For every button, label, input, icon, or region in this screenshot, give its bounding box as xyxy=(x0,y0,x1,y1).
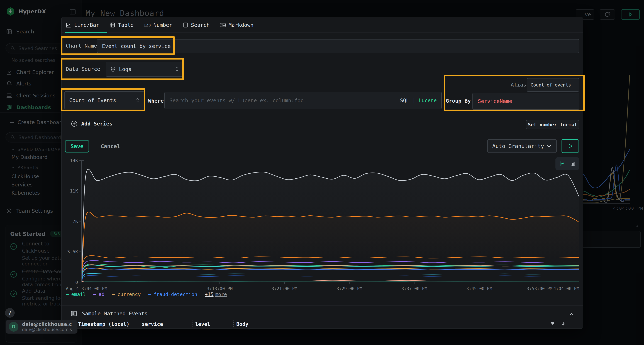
number-icon: 123 xyxy=(144,23,151,27)
sample-matched-events-header[interactable]: Sample Matched Events xyxy=(70,310,148,317)
svg-text:7K: 7K xyxy=(73,219,78,224)
save-button[interactable]: Save xyxy=(65,140,89,152)
tab-markdown[interactable]: Markdown xyxy=(220,22,254,28)
divider xyxy=(62,306,583,306)
legend-item-ad[interactable]: —ad xyxy=(94,292,105,297)
sort-descending-icon[interactable] xyxy=(561,321,566,326)
filter-icon[interactable] xyxy=(550,321,555,326)
divider xyxy=(62,57,583,57)
svg-text:3:13:00 PM: 3:13:00 PM xyxy=(207,286,233,291)
svg-text:14K: 14K xyxy=(70,158,78,163)
tab-number[interactable]: 123Number xyxy=(144,22,172,28)
svg-text:3:29:00 PM: 3:29:00 PM xyxy=(336,286,362,291)
where-label: Where xyxy=(148,98,164,104)
help-button[interactable]: ? xyxy=(5,308,15,318)
tab-table[interactable]: Table xyxy=(109,22,134,28)
legend-item-email[interactable]: —email xyxy=(66,292,86,297)
legend-more-link[interactable]: +15more xyxy=(205,292,227,297)
svg-text:3.5K: 3.5K xyxy=(67,249,78,254)
svg-text:3:37:00 PM: 3:37:00 PM xyxy=(402,286,427,291)
cancel-button[interactable]: Cancel xyxy=(101,140,120,152)
legend-item-fraud-detection[interactable]: —fraud-detection xyxy=(148,292,197,297)
svg-text:3:45:00 PM: 3:45:00 PM xyxy=(466,286,492,291)
tab-line-bar[interactable]: Line/Bar xyxy=(66,22,99,28)
main-chart: 03.5K7K11K14KAug 4 3:04:00 PM3:13:00 PM3… xyxy=(62,157,583,293)
svg-text:Aug 4 3:04:00 PM: Aug 4 3:04:00 PM xyxy=(66,286,107,291)
user-name: dale@clickhouse.c xyxy=(22,322,72,327)
chart-legend: —email—ad—currency—fraud-detection+15mor… xyxy=(66,292,227,297)
set-number-format-button[interactable]: Set number format xyxy=(526,120,579,129)
table-icon xyxy=(109,22,116,28)
svg-text:0: 0 xyxy=(75,280,78,285)
column-separator[interactable] xyxy=(233,321,234,327)
column-header-body[interactable]: Body xyxy=(236,321,248,327)
column-separator[interactable] xyxy=(192,321,192,327)
user-email: dale@clickhouse.com's xyxy=(22,327,72,332)
avatar: D xyxy=(9,322,18,332)
list-icon xyxy=(70,310,77,317)
legend-item-currency[interactable]: —currency xyxy=(112,292,140,297)
svg-text:4:04:00 PM: 4:04:00 PM xyxy=(554,286,580,291)
plus-circle-icon xyxy=(71,120,78,127)
collapse-section-icon[interactable] xyxy=(569,312,574,317)
annotation-box-aggregation xyxy=(61,88,145,111)
column-header-timestamp-local-[interactable]: Timestamp (Local) xyxy=(78,321,130,327)
annotation-box-group-by xyxy=(444,75,584,111)
linechart-icon xyxy=(66,22,72,28)
annotation-box-data-source xyxy=(61,58,184,80)
annotation-box-chart-name xyxy=(61,36,174,55)
markdown-icon xyxy=(220,22,226,28)
svg-text:3:53:00 PM: 3:53:00 PM xyxy=(527,286,552,291)
events-table-header: Timestamp (Local)servicelevelBody xyxy=(62,320,583,329)
svg-text:3:21:00 PM: 3:21:00 PM xyxy=(272,286,298,291)
tabs-divider xyxy=(62,32,583,33)
active-tab-underline xyxy=(65,32,107,33)
run-chart-button[interactable] xyxy=(562,139,579,153)
lucene-toggle[interactable]: Lucene xyxy=(418,98,437,103)
user-menu[interactable]: D dale@clickhouse.c dale@clickhouse.com'… xyxy=(6,320,78,334)
add-series-button[interactable]: Add Series xyxy=(71,120,112,127)
svg-text:11K: 11K xyxy=(70,188,78,194)
granularity-select[interactable]: Auto Granularity xyxy=(487,139,557,153)
chevron-down-icon xyxy=(546,143,552,149)
where-placeholder: Search your events w/ Lucene ex. column:… xyxy=(170,97,304,103)
column-header-level[interactable]: level xyxy=(195,321,210,327)
sql-toggle[interactable]: SQL xyxy=(400,98,409,103)
play-icon xyxy=(568,143,573,149)
doc-icon xyxy=(182,22,188,28)
column-header-service[interactable]: service xyxy=(142,321,163,327)
where-input[interactable]: Search your events w/ Lucene ex. column:… xyxy=(164,92,442,109)
column-separator[interactable] xyxy=(138,321,138,327)
divider xyxy=(62,116,583,116)
tab-search[interactable]: Search xyxy=(182,22,210,28)
